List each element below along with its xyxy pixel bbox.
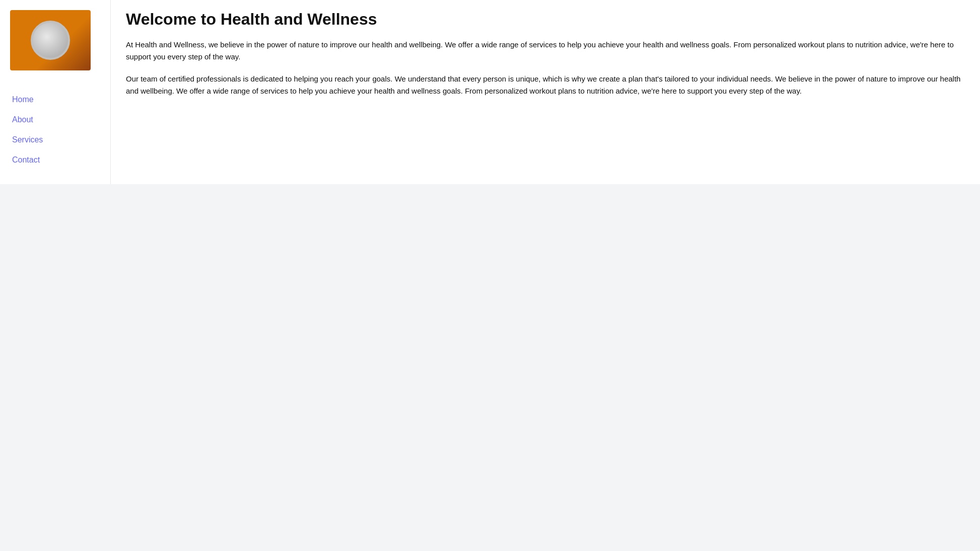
- sidebar-item-home[interactable]: Home: [10, 91, 100, 109]
- svg-text:MINI: MINI: [46, 38, 55, 43]
- sidebar-item-about[interactable]: About: [10, 111, 100, 129]
- logo-icon: MINI: [30, 20, 71, 60]
- sidebar-item-services[interactable]: Services: [10, 131, 100, 149]
- sidebar-item-contact[interactable]: Contact: [10, 151, 100, 169]
- sidebar: MINI Home About Services Contact: [0, 0, 111, 184]
- main-content: Welcome to Health and Wellness At Health…: [111, 0, 980, 184]
- svg-point-2: [45, 35, 55, 45]
- svg-point-0: [33, 23, 68, 58]
- logo-container: MINI: [10, 10, 100, 70]
- paragraph-2: Our team of certified professionals is d…: [126, 73, 965, 97]
- paragraph-1: At Health and Wellness, we believe in th…: [126, 39, 965, 63]
- page-title: Welcome to Health and Wellness: [126, 10, 965, 29]
- sidebar-nav: Home About Services Contact: [10, 91, 100, 169]
- page-layout: MINI Home About Services Contact Welcome…: [0, 0, 980, 184]
- svg-point-1: [39, 29, 61, 51]
- logo-image: MINI: [10, 10, 91, 70]
